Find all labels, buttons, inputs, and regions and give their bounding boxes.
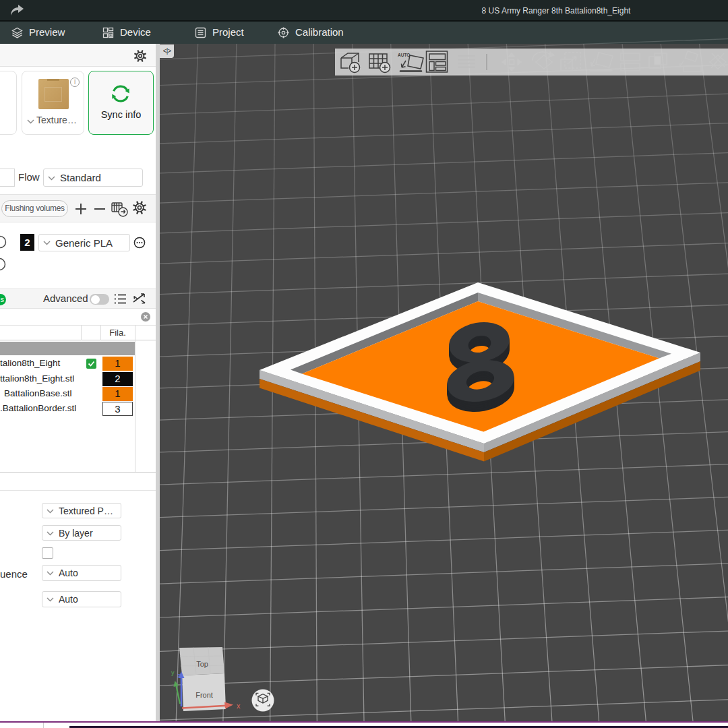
svg-text:y: y	[171, 669, 175, 676]
svg-text:z: z	[177, 672, 181, 679]
svg-text:Front: Front	[195, 691, 213, 699]
svg-text:Top: Top	[196, 660, 208, 668]
svg-text:x: x	[237, 702, 241, 710]
